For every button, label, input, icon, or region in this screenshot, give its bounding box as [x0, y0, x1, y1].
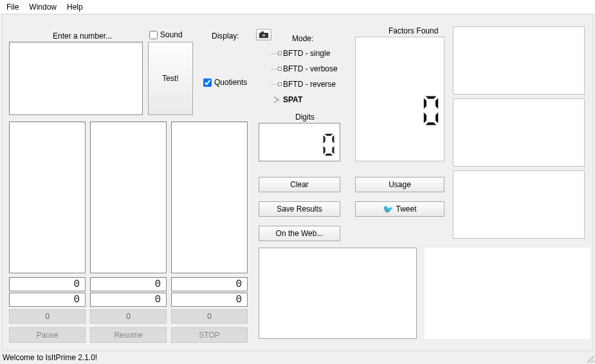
resume-button[interactable]: Resume — [90, 327, 167, 343]
mode-label: Mode: — [292, 34, 313, 43]
factors-display — [355, 37, 444, 161]
right-panel-3 — [453, 170, 585, 239]
menubar: File Window Help — [0, 0, 595, 14]
menu-help[interactable]: Help — [64, 1, 91, 13]
digits-display — [259, 123, 340, 161]
factors-label: Factors Found — [389, 26, 438, 35]
col3-count: 0 — [171, 309, 248, 323]
quotients-checkbox[interactable]: Quotients — [203, 78, 247, 87]
mode-item-1[interactable]: BFTD - verbose — [271, 61, 368, 77]
col3-box — [171, 122, 248, 273]
sound-label: Sound — [160, 30, 183, 39]
stop-button[interactable]: STOP — [171, 327, 248, 343]
col1-count: 0 — [9, 309, 86, 323]
mode-item-label: BFTD - single — [283, 49, 330, 58]
col3-seg-b: 0 — [171, 293, 248, 307]
digits-glyph — [322, 133, 336, 156]
tweet-label: Tweet — [396, 205, 416, 214]
col2-seg-b: 0 — [90, 293, 167, 307]
enter-number-label: Enter a number... — [53, 32, 112, 41]
tweet-button[interactable]: 🐦 Tweet — [355, 201, 444, 217]
quotients-check[interactable] — [203, 78, 212, 87]
main-frame: Enter a number... Sound Display: Test! Q… — [2, 14, 593, 351]
output-panel-left — [259, 248, 417, 339]
test-button[interactable]: Test! — [148, 42, 193, 115]
number-input[interactable] — [9, 42, 143, 115]
mode-item-label: BFTD - reverse — [283, 80, 336, 89]
quotients-label: Quotients — [214, 78, 247, 87]
usage-button[interactable]: Usage — [355, 177, 444, 192]
sound-checkbox[interactable]: Sound — [149, 30, 183, 39]
col2-count: 0 — [90, 309, 167, 323]
svg-point-2 — [262, 34, 266, 37]
mode-item-2[interactable]: BFTD - reverse — [271, 77, 368, 92]
mode-item-label: SPAT — [283, 95, 302, 104]
camera-icon — [259, 32, 268, 38]
factors-glyph — [422, 95, 440, 126]
pause-button[interactable]: Pause — [9, 327, 86, 343]
sound-check[interactable] — [149, 31, 158, 39]
on-the-web-button[interactable]: On the Web... — [259, 226, 340, 241]
svg-rect-1 — [261, 32, 264, 33]
col1-box — [9, 122, 86, 273]
right-panel-2 — [453, 98, 585, 167]
col2-seg-a: 0 — [90, 277, 167, 291]
col3-seg-a: 0 — [171, 277, 248, 291]
mode-item-3[interactable]: SPAT — [271, 92, 368, 107]
camera-button[interactable] — [256, 29, 271, 41]
mode-tree: BFTD - single BFTD - verbose BFTD - reve… — [271, 46, 368, 107]
mode-item-label: BFTD - verbose — [283, 64, 338, 73]
col2-box — [90, 122, 167, 273]
digits-label: Digits — [295, 113, 315, 122]
statusbar: Welcome to IsItPrime 2.1.0! — [0, 351, 595, 364]
save-results-button[interactable]: Save Results — [259, 201, 340, 217]
display-label: Display: — [212, 32, 239, 41]
twitter-icon: 🐦 — [383, 205, 393, 214]
mode-item-0[interactable]: BFTD - single — [271, 46, 368, 61]
clear-button[interactable]: Clear — [259, 177, 340, 192]
status-text: Welcome to IsItPrime 2.1.0! — [3, 353, 97, 362]
resize-grip[interactable] — [585, 354, 594, 363]
menu-window[interactable]: Window — [26, 1, 64, 13]
output-panel-right — [425, 248, 590, 339]
col1-seg-b: 0 — [9, 293, 86, 307]
right-panel-1 — [453, 26, 585, 95]
col1-seg-a: 0 — [9, 277, 86, 291]
menu-file[interactable]: File — [4, 1, 26, 13]
